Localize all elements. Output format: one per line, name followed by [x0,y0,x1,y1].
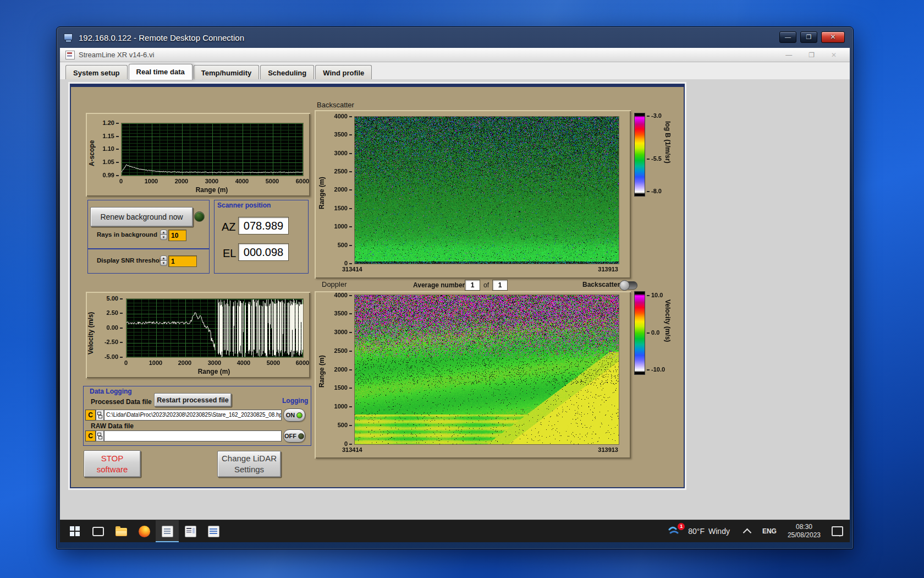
az-value-field[interactable]: 078.989 [238,217,289,235]
start-button[interactable] [63,520,86,542]
backscatter-cbar-tick: -8.0 [647,187,662,195]
velocity-x-axis-title: Range (m) [170,368,258,375]
doppler-ytick: 2500 [328,347,352,355]
doppler-ytick: 3000 [328,328,352,336]
chevron-up-icon[interactable] [743,528,752,537]
app-close-icon[interactable]: ✕ [831,51,837,59]
tab-temp-humidity[interactable]: Temp/humidity [194,65,259,80]
weather-condition: Windy [708,527,730,536]
app-minimize-icon[interactable]: — [785,51,792,59]
tab-real-time-data[interactable]: Real time data [129,64,193,80]
processed-path-field[interactable]: C:\Lidar\Data\Proc\2023\202308\20230825\… [104,410,282,421]
snr-threshold-label: Display SNR threshold [97,257,165,264]
ascope-xtick: 0 [109,178,133,185]
velocity-ytick: 5.00 [97,295,123,302]
processed-drive-letter[interactable]: C [85,410,96,421]
snr-value-field[interactable]: 1 [168,255,197,267]
weather-text[interactable]: 80°F Windy [688,527,730,536]
logging-label: Logging [282,397,308,405]
close-button[interactable]: ✕ [821,31,845,43]
snr-cluster: Display SNR threshold ▲ ▼ 1 [87,249,210,274]
firefox-button[interactable] [133,520,156,542]
doppler-heatmap [354,295,619,445]
firefox-icon [139,526,150,537]
backscatter-ytick: 2000 [328,186,352,193]
tab-system-setup[interactable]: System setup [65,65,128,80]
doppler-ytick: 4000 [328,291,352,299]
backscatter-ytick: 1000 [328,222,352,230]
ascope-y-axis-title: A-scope [88,132,96,166]
processed-logging-on-button[interactable]: ON [283,408,305,422]
tab-scheduling[interactable]: Scheduling [260,65,314,80]
rays-spinner[interactable]: ▲ ▼ [160,230,167,240]
velocity-panel: Velocity (m/s) 5.00 2.50 0.00 -2.50 -5.0… [86,292,310,378]
scan-scheduler-icon [185,526,196,537]
doppler-cbar-tick: -10.0 [647,366,665,373]
spinner-down-icon[interactable]: ▼ [160,261,167,266]
backscatter-colorbar [634,113,645,197]
renew-led-indicator [194,211,205,222]
spinner-up-icon[interactable]: ▲ [160,230,167,235]
path-browse-icon[interactable] [96,430,104,441]
el-value-field[interactable]: 000.098 [238,243,289,261]
taskbar-time: 08:30 [788,523,821,531]
minimize-button[interactable]: — [779,31,796,43]
streamline-app-button[interactable] [156,520,179,542]
weather-button[interactable]: 1 [668,524,684,538]
main-panel: A-scope 1.20 1.15 1.10 1.05 0.99 0 1000 … [70,84,685,488]
scan-scheduler-button[interactable] [179,520,202,542]
ascope-ytick: 1.20 [96,119,119,127]
remote-session: StreamLine XR v14-6.vi — ❐ ✕ System setu… [60,48,850,542]
notification-badge: 1 [678,523,685,530]
path-browse-icon[interactable] [96,410,104,421]
text-app-button[interactable] [202,520,225,542]
spinner-up-icon[interactable]: ▲ [160,255,167,261]
task-view-button[interactable] [86,520,109,542]
velocity-ytick: 0.00 [97,324,123,331]
change-label-line1: Change LiDAR [222,453,277,464]
rdp-titlebar[interactable]: 192.168.0.122 - Remote Desktop Connectio… [57,27,853,48]
change-lidar-settings-button[interactable]: Change LiDAR Settings [217,451,281,477]
snr-spinner[interactable]: ▲ ▼ [160,255,167,266]
file-explorer-button[interactable] [109,520,133,542]
windows-logo-icon [70,526,80,536]
maximize-button[interactable]: ❐ [800,31,817,43]
stop-label-line1: STOP [101,453,124,464]
tab-wind-profile[interactable]: Wind profile [315,65,372,80]
app-restore-icon[interactable]: ❐ [809,51,815,59]
on-led-icon [296,412,302,418]
backscatter-toggle-switch[interactable] [620,281,637,290]
backscatter-ytick: 4000 [328,112,352,120]
app-titlebar[interactable]: StreamLine XR v14-6.vi — ❐ ✕ [60,48,850,62]
ascope-plot [121,123,304,176]
rays-value-field[interactable]: 10 [168,230,186,241]
on-label: ON [286,412,295,418]
scanner-position-cluster: Scanner position AZ 078.989 EL 000.098 [214,200,309,274]
velocity-xtick: 6000 [290,359,315,367]
stop-software-button[interactable]: STOP software [84,450,141,477]
ascope-ytick: 1.15 [96,132,119,140]
raw-path-field[interactable] [104,430,282,441]
raw-logging-off-button[interactable]: OFF [283,429,305,443]
backscatter-ytick: 3000 [328,149,352,157]
spinner-down-icon[interactable]: ▼ [160,235,167,240]
clock[interactable]: 08:30 25/08/2023 [788,523,821,539]
velocity-y-axis-title: Velocity (m/s) [87,302,95,355]
doppler-y-axis-title: Range (m) [318,349,326,388]
average-total-field[interactable]: 1 [492,280,508,291]
backscatter-ytick: 1500 [328,204,352,212]
language-indicator[interactable]: ENG [762,527,777,535]
raw-drive-letter[interactable]: C [85,430,96,441]
average-number-field[interactable]: 1 [465,280,480,291]
off-led-icon [298,433,304,439]
remote-desktop-window: 192.168.0.122 - Remote Desktop Connectio… [56,26,854,549]
ascope-xtick: 5000 [260,178,284,185]
restart-processed-file-button[interactable]: Restart processed file [154,393,232,407]
backscatter-ytick: 3500 [328,130,352,138]
taskbar-date: 25/08/2023 [788,531,821,539]
renew-background-button[interactable]: Renew background now [90,207,193,227]
ascope-ytick: 1.05 [96,158,119,166]
notification-center-icon[interactable] [832,526,843,536]
tab-bar: System setup Real time data Temp/humidit… [60,62,850,80]
change-label-line2: Settings [234,464,264,475]
